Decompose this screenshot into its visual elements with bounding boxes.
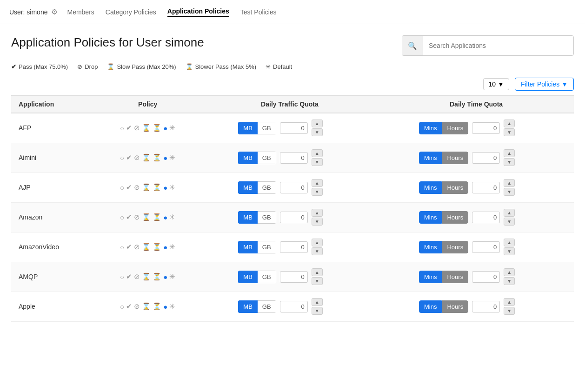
traffic-down-button[interactable]: ▼ [312,247,323,255]
legend-slower-pass: ⌛ Slower Pass (Max 5%) [186,63,256,70]
traffic-value-input[interactable] [280,212,308,223]
check-icon: ✔ [126,124,132,132]
traffic-up-button[interactable]: ▲ [312,239,323,246]
hours-button[interactable]: Hours [442,300,468,313]
hourglass-icon: ⌛ [142,183,151,192]
gb-button[interactable]: GB [258,241,276,253]
asterisk-icon: ✳ [169,124,175,132]
search-input[interactable] [423,36,573,55]
gb-button[interactable]: GB [258,181,276,194]
no-icon: ⊘ [134,153,140,162]
time-down-button[interactable]: ▼ [504,218,515,226]
pass-icon: ✔ [11,63,16,70]
time-value-input[interactable] [472,212,500,223]
traffic-value-input[interactable] [280,301,308,312]
traffic-value-input[interactable] [280,122,308,134]
hours-button[interactable]: Hours [442,122,468,134]
traffic-value-input[interactable] [280,271,308,283]
gb-button[interactable]: GB [258,122,276,134]
traffic-up-button[interactable]: ▲ [312,298,323,306]
mins-button[interactable]: Mins [419,122,442,134]
time-unit-group: Mins Hours [419,181,468,194]
gb-button[interactable]: GB [258,271,276,283]
policy-table: Application Policy Daily Traffic Quota D… [11,95,574,322]
no-icon: ⊘ [134,302,140,311]
traffic-up-button[interactable]: ▲ [312,179,323,187]
mins-button[interactable]: Mins [419,241,442,253]
mins-button[interactable]: Mins [419,152,442,164]
circle-dot-icon: ● [163,124,167,132]
hours-button[interactable]: Hours [442,181,468,194]
policy-icons-cell: ○ ✔ ⊘ ⌛ ⏳ ● ✳ [95,292,201,321]
hours-button[interactable]: Hours [442,152,468,164]
traffic-unit-group: MB GB [238,211,276,224]
mins-button[interactable]: Mins [419,300,442,313]
time-down-button[interactable]: ▼ [504,277,515,285]
time-down-button[interactable]: ▼ [504,128,515,136]
time-up-button[interactable]: ▲ [504,239,515,246]
traffic-up-button[interactable]: ▲ [312,209,323,217]
hours-button[interactable]: Hours [442,241,468,253]
time-down-button[interactable]: ▼ [504,158,515,166]
filter-dropdown-icon: ▼ [561,80,568,88]
mb-button[interactable]: MB [238,152,258,164]
time-down-button[interactable]: ▼ [504,188,515,196]
filter-policies-button[interactable]: Filter Policies ▼ [515,78,574,91]
nav-test-policies[interactable]: Test Policies [240,8,277,16]
mb-button[interactable]: MB [238,271,258,283]
traffic-value-input[interactable] [280,241,308,253]
mb-button[interactable]: MB [238,300,258,313]
traffic-down-button[interactable]: ▼ [312,158,323,166]
user-info: User: simone ⚙ [9,7,58,16]
gb-button[interactable]: GB [258,300,276,313]
traffic-down-button[interactable]: ▼ [312,188,323,196]
traffic-down-button[interactable]: ▼ [312,218,323,226]
time-up-button[interactable]: ▲ [504,120,515,127]
gb-button[interactable]: GB [258,152,276,164]
mb-button[interactable]: MB [238,181,258,194]
traffic-up-button[interactable]: ▲ [312,149,323,157]
time-value-input[interactable] [472,122,500,134]
time-unit-group: Mins Hours [419,241,468,253]
hourglass2-icon: ⏳ [153,124,161,132]
time-up-button[interactable]: ▲ [504,268,515,276]
mb-button[interactable]: MB [238,122,258,134]
nav-members[interactable]: Members [67,8,94,16]
nav-application-policies[interactable]: Application Policies [167,7,229,17]
time-up-button[interactable]: ▲ [504,149,515,157]
mins-button[interactable]: Mins [419,211,442,224]
time-value-input[interactable] [472,271,500,283]
table-row: AJP ○ ✔ ⊘ ⌛ ⏳ ● ✳ MB GB ▲ ▼ Mins [11,173,574,202]
gb-button[interactable]: GB [258,211,276,224]
nav-category-policies[interactable]: Category Policies [106,8,156,16]
time-up-button[interactable]: ▲ [504,179,515,187]
hourglass2-icon: ⏳ [153,153,161,162]
traffic-down-button[interactable]: ▼ [312,277,323,285]
mb-button[interactable]: MB [238,241,258,253]
traffic-up-button[interactable]: ▲ [312,268,323,276]
time-value-input[interactable] [472,241,500,253]
traffic-value-input[interactable] [280,182,308,193]
time-value-input[interactable] [472,182,500,193]
circle-dot-icon: ● [163,273,167,281]
per-page-value: 10 [488,80,496,88]
traffic-down-button[interactable]: ▼ [312,128,323,136]
time-value-input[interactable] [472,301,500,312]
per-page-button[interactable]: 10 ▼ [483,78,509,90]
gear-icon[interactable]: ⚙ [51,7,58,16]
search-icon-button[interactable]: 🔍 [402,36,423,55]
time-down-button[interactable]: ▼ [504,247,515,255]
traffic-value-input[interactable] [280,152,308,164]
time-up-button[interactable]: ▲ [504,298,515,306]
hours-button[interactable]: Hours [442,211,468,224]
mb-button[interactable]: MB [238,211,258,224]
time-value-input[interactable] [472,152,500,164]
time-unit-group: Mins Hours [419,122,468,134]
hours-button[interactable]: Hours [442,271,468,283]
traffic-down-button[interactable]: ▼ [312,307,323,315]
traffic-up-button[interactable]: ▲ [312,120,323,127]
mins-button[interactable]: Mins [419,181,442,194]
time-up-button[interactable]: ▲ [504,209,515,217]
time-down-button[interactable]: ▼ [504,307,515,315]
mins-button[interactable]: Mins [419,271,442,283]
